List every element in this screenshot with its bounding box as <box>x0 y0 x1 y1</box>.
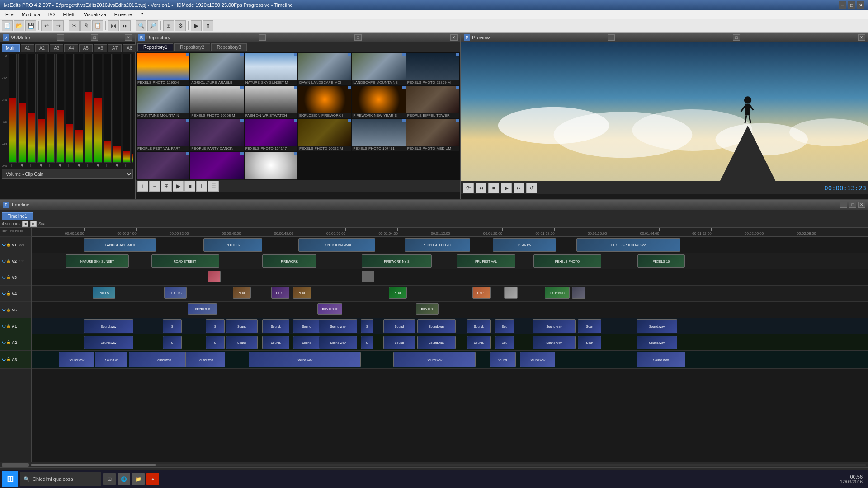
tb-grid[interactable]: ⊞ <box>163 20 174 31</box>
repo-play[interactable]: ▶ <box>173 181 184 192</box>
audio-a2-5[interactable]: Sound. <box>262 336 289 349</box>
audio-a1-13[interactable]: Sound.wav <box>533 319 576 333</box>
audio-a2-8[interactable]: S <box>361 336 373 349</box>
repo-item-9[interactable]: EXPLOSION-FIREWORK-I <box>298 86 351 118</box>
repo-item-0[interactable]: PEXELS-PHOTO-119564- <box>137 53 189 85</box>
timeline-tab-1[interactable]: Timeline1 <box>2 212 33 220</box>
clip-v4-10[interactable] <box>572 287 585 299</box>
clip-v2-1[interactable]: NATURE-SKY-SUNSET <box>66 254 129 268</box>
timeline-expand[interactable]: □ <box>849 202 856 208</box>
audio-a1-11[interactable]: Sound. <box>467 319 491 333</box>
taskbar-icon-1[interactable]: 🌐 <box>118 473 130 485</box>
clip-v5-2[interactable]: PEXELS-P <box>317 303 342 315</box>
audio-a2-10[interactable]: Sound.wav <box>417 336 456 349</box>
tb-zoom-out[interactable]: 🔎 <box>147 20 158 31</box>
clip-v4-1[interactable]: PXELS <box>93 287 115 299</box>
tb-settings[interactable]: ⚙ <box>175 20 186 31</box>
repo-view[interactable]: ⊞ <box>161 181 172 192</box>
audio-a1-4[interactable]: Sound <box>226 319 258 333</box>
repo-item-15[interactable]: PEXELS-PHOTO-70222-M <box>298 119 351 151</box>
clip-v1-1[interactable]: LANDSCAPE-MOI <box>84 238 156 252</box>
timeline-minimize[interactable]: ─ <box>840 202 847 208</box>
tb-open[interactable]: 📂 <box>14 20 24 31</box>
repo-stop[interactable]: ■ <box>184 181 195 192</box>
audio-a3-9[interactable]: Sound.wav <box>637 352 685 367</box>
audio-a2-2[interactable]: S <box>163 336 182 349</box>
scroll-thumb[interactable] <box>31 464 156 466</box>
repo-item-5[interactable]: PEXELS-PHOTO-29859-M <box>406 53 459 85</box>
clip-v4-6[interactable]: PEXE <box>389 287 407 299</box>
repo-item-3[interactable]: DAWN-LANDSCAPE-MOI <box>298 53 351 85</box>
vu-tab-a7[interactable]: A7 <box>108 44 122 52</box>
vu-bar-main-r-container[interactable] <box>18 54 26 163</box>
clip-v3-1[interactable] <box>208 271 221 282</box>
repo-tab-1[interactable]: Repository1 <box>137 43 173 51</box>
audio-a1-7[interactable]: Sound.wav <box>319 319 357 333</box>
timeline-close[interactable]: ✕ <box>858 202 865 208</box>
clip-v1-6[interactable]: PEXELS-PHOTO-70222 <box>576 238 680 252</box>
vu-bar-a3-l-container[interactable] <box>66 54 74 163</box>
preview-close[interactable]: ✕ <box>858 34 865 41</box>
audio-a2-12[interactable]: Sou <box>495 336 514 349</box>
clip-v5-1[interactable]: PEXELS P <box>188 303 217 315</box>
audio-a2-11[interactable]: Sound. <box>467 336 491 349</box>
vu-bar-a6-r-container[interactable] <box>132 54 133 163</box>
vumeter-expand[interactable]: □ <box>91 34 98 41</box>
repo-minimize[interactable]: ─ <box>259 34 266 41</box>
audio-a2-7[interactable]: Sound.wav <box>319 336 357 349</box>
repo-add[interactable]: + <box>137 181 148 192</box>
vumeter-close[interactable]: ✕ <box>125 34 132 41</box>
tb-undo[interactable]: ↩ <box>41 20 52 31</box>
vu-bar-a1-r-container[interactable] <box>37 54 45 163</box>
repo-list[interactable]: ☰ <box>208 181 219 192</box>
vu-tab-a8[interactable]: A8 <box>123 44 136 52</box>
clip-v1-4[interactable]: PEOPLE-EIFFEL-TO <box>405 238 470 252</box>
repo-tab-3[interactable]: Repository3 <box>211 43 247 51</box>
vu-bar-a2-l-container[interactable] <box>47 54 55 163</box>
menu-modifica[interactable]: Modifica <box>18 11 44 18</box>
vu-tab-a6[interactable]: A6 <box>94 44 107 52</box>
task-view-btn[interactable]: ⊡ <box>103 473 116 485</box>
audio-a1-3[interactable]: S <box>206 319 225 333</box>
scale-increase[interactable]: ► <box>30 221 37 227</box>
tb-copy[interactable]: ⎘ <box>80 20 91 31</box>
audio-a1-6[interactable]: Sound <box>293 319 320 333</box>
vu-bar-a5-r-container[interactable] <box>113 54 121 163</box>
audio-a1-8[interactable]: S <box>361 319 373 333</box>
menu-help[interactable]: ? <box>137 11 146 18</box>
repo-item-4[interactable]: LANDSCAPE-MOUNTAINS <box>352 53 405 85</box>
clip-v5-3[interactable]: PEXELS <box>416 303 439 315</box>
preview-loop[interactable]: ↺ <box>526 183 537 193</box>
tb-prev[interactable]: ⏮ <box>108 20 119 31</box>
preview-stop[interactable]: ■ <box>488 183 499 193</box>
audio-a2-3[interactable]: S <box>206 336 225 349</box>
tb-save[interactable]: 💾 <box>25 20 36 31</box>
clip-v2-4[interactable]: FIREWORK-NY-S <box>362 254 432 268</box>
menu-finestre[interactable]: Finestre <box>111 11 136 18</box>
preview-rewind[interactable]: ⟳ <box>463 183 474 193</box>
audio-a1-10[interactable]: Sound.wav <box>417 319 456 333</box>
tb-next[interactable]: ⏭ <box>120 20 131 31</box>
vu-bar-a4-l-container[interactable] <box>85 54 93 163</box>
audio-a2-14[interactable]: Sour <box>578 336 601 349</box>
tb-render[interactable]: ▶ <box>191 20 202 31</box>
audio-a2-9[interactable]: Sound <box>383 336 415 349</box>
repo-item-10[interactable]: FIREWORK-NEW-YEAR-S <box>352 86 405 118</box>
clip-v4-9[interactable]: LADYBUC <box>545 287 570 299</box>
scroll-track[interactable] <box>31 464 866 466</box>
repo-item-20[interactable]: PEXELS-PHOTO-MEDIUM- <box>245 152 297 180</box>
repo-expand[interactable]: □ <box>354 34 362 41</box>
repo-close[interactable]: ✕ <box>450 34 458 41</box>
audio-a1-9[interactable]: Sound <box>383 319 415 333</box>
clip-v4-5[interactable]: PEXE <box>293 287 311 299</box>
preview-next-frame[interactable]: ⏭ <box>514 183 524 193</box>
repo-delete[interactable]: − <box>149 181 160 192</box>
tb-redo[interactable]: ↪ <box>53 20 64 31</box>
clip-v3-2[interactable] <box>362 271 374 282</box>
vu-gain-dropdown[interactable]: Volume - Clip Gain <box>2 169 133 179</box>
vu-tab-main[interactable]: Main <box>2 44 20 52</box>
audio-a3-6[interactable]: Sound.wav <box>393 352 476 367</box>
audio-a1-2[interactable]: S <box>163 319 182 333</box>
maximize-btn[interactable]: □ <box>848 1 855 9</box>
vumeter-minimize[interactable]: ─ <box>57 34 64 41</box>
